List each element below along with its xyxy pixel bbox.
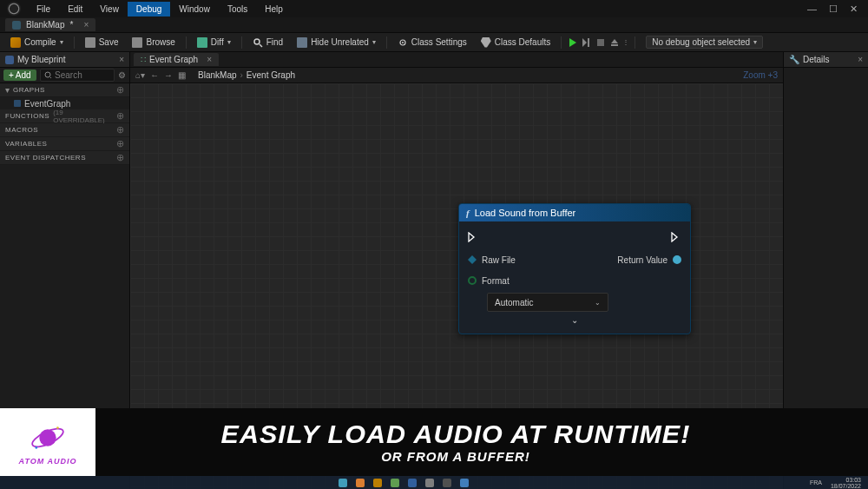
document-tabs: BlankMap* × [0, 17, 868, 33]
category-add-icon[interactable]: ⊕ [116, 124, 124, 135]
class-defaults-button[interactable]: Class Defaults [476, 36, 556, 50]
graph-tab-close-icon[interactable]: × [207, 55, 212, 64]
taskbar-icon[interactable] [373, 479, 382, 487]
breadcrumb-root[interactable]: BlankMap [198, 70, 236, 80]
play-button[interactable] [567, 36, 579, 49]
windows-taskbar: FRA 03:03 18/07/2022 [0, 476, 868, 489]
svg-point-17 [35, 446, 37, 449]
stop-button[interactable] [595, 36, 607, 49]
details-tab[interactable]: 🔧 Details × [784, 52, 868, 68]
graph-item-label: EventGraph [24, 99, 70, 109]
close-button[interactable]: ✕ [850, 3, 858, 15]
taskbar-icon[interactable] [339, 479, 347, 487]
breadcrumb: BlankMap › Event Graph [198, 70, 295, 80]
enum-pin-icon [468, 276, 477, 285]
browse-button[interactable]: Browse [127, 36, 180, 50]
panel-close-icon[interactable]: × [858, 55, 863, 64]
save-icon [85, 37, 95, 48]
category-graphs[interactable]: ▾ Graphs ⊕ [0, 83, 129, 97]
hide-icon [297, 37, 307, 48]
search-box[interactable] [40, 69, 115, 82]
taskbar-icon[interactable] [460, 479, 469, 487]
svg-rect-9 [611, 44, 618, 46]
graph-tab-label: Event Graph [149, 55, 198, 64]
node-expand-icon[interactable]: ⌄ [468, 312, 681, 330]
hide-unrelated-button[interactable]: Hide Unrelated ▾ [292, 36, 381, 50]
pin-label: Return Value [617, 255, 667, 265]
debug-object-selector[interactable]: No debug object selected ▾ [646, 36, 763, 49]
document-tab-title: BlankMap [26, 20, 64, 30]
compile-button[interactable]: Compile ▾ [5, 36, 69, 50]
menu-view[interactable]: View [91, 2, 128, 17]
search-icon [253, 37, 263, 48]
nav-home-icon[interactable]: ⌂▾ [135, 70, 145, 80]
taskbar-icon[interactable] [356, 479, 365, 487]
search-input[interactable] [55, 70, 110, 80]
minimize-button[interactable]: — [807, 3, 817, 15]
maximize-button[interactable]: ☐ [829, 3, 838, 15]
panel-close-icon[interactable]: × [119, 55, 124, 64]
raw-file-pin[interactable]: Raw File [468, 255, 516, 265]
brand-text: ATOM AUDIO [19, 457, 77, 466]
taskbar-icon[interactable] [391, 479, 399, 487]
exec-in-pin[interactable] [468, 232, 478, 242]
my-blueprint-title: My Blueprint [17, 55, 66, 64]
wrench-icon [481, 37, 491, 48]
category-functions[interactable]: Functions (19 OVERRIDABLE) ⊕ [0, 109, 129, 123]
find-button[interactable]: Find [247, 36, 288, 50]
node-header[interactable]: f Load Sound from Buffer [459, 204, 690, 221]
graph-navbar: ⌂▾ ← → ▦ BlankMap › Event Graph Zoom +3 [130, 68, 783, 83]
browse-icon [132, 37, 142, 48]
category-add-icon[interactable]: ⊕ [116, 84, 124, 96]
function-icon: f [466, 208, 470, 218]
node-load-sound-from-buffer[interactable]: f Load Sound from Buffer [458, 203, 691, 334]
class-settings-button[interactable]: Class Settings [392, 36, 472, 50]
nav-graph-icon[interactable]: ▦ [178, 70, 186, 80]
chevron-down-icon: ⌄ [595, 299, 601, 307]
format-pin[interactable]: Format [468, 276, 510, 286]
plus-icon: + [9, 70, 14, 80]
breadcrumb-current[interactable]: Event Graph [247, 70, 295, 80]
menu-file[interactable]: File [28, 2, 59, 17]
play-chevron-icon[interactable]: ⋮ [622, 38, 629, 46]
svg-point-3 [402, 42, 404, 43]
taskbar-icon[interactable] [443, 479, 451, 487]
window-controls: — ☐ ✕ [807, 3, 868, 15]
my-blueprint-tab[interactable]: My Blueprint × [0, 52, 129, 68]
taskbar-icon[interactable] [425, 479, 434, 487]
add-button[interactable]: + Add [3, 69, 36, 81]
exec-out-pin[interactable] [671, 232, 681, 242]
menu-debug[interactable]: Debug [128, 2, 170, 17]
taskbar-clock[interactable]: 03:03 18/07/2022 [831, 477, 861, 489]
eject-button[interactable] [608, 36, 621, 49]
diff-button[interactable]: Diff ▾ [192, 36, 236, 50]
taskbar-lang[interactable]: FRA [810, 479, 822, 486]
svg-point-15 [39, 429, 56, 446]
banner-headline: Easily load audio at runtime! [77, 420, 834, 449]
skip-button[interactable] [581, 36, 593, 49]
category-add-icon[interactable]: ⊕ [116, 110, 124, 122]
expand-icon: ▾ [5, 85, 10, 95]
document-tab[interactable]: BlankMap* × [5, 18, 95, 31]
menu-tools[interactable]: Tools [219, 2, 256, 17]
menu-edit[interactable]: Edit [59, 2, 91, 17]
category-macros[interactable]: Macros ⊕ [0, 123, 129, 137]
category-add-icon[interactable]: ⊕ [116, 138, 124, 149]
category-variables[interactable]: Variables ⊕ [0, 137, 129, 151]
compile-icon [10, 37, 21, 48]
compile-label: Compile [24, 37, 56, 47]
document-tab-close-icon[interactable]: × [83, 20, 89, 30]
graph-tab-eventgraph[interactable]: ∷ Event Graph × [134, 53, 219, 66]
save-button[interactable]: Save [80, 36, 124, 50]
category-label: Macros [5, 126, 38, 134]
format-dropdown[interactable]: Automatic ⌄ [487, 293, 608, 312]
taskbar-icon[interactable] [408, 479, 417, 487]
return-value-pin[interactable]: Return Value [617, 255, 681, 265]
settings-gear-icon[interactable]: ⚙ [118, 70, 126, 80]
menu-help[interactable]: Help [256, 2, 292, 17]
nav-fwd-icon[interactable]: → [164, 70, 173, 80]
category-add-icon[interactable]: ⊕ [116, 152, 124, 163]
menu-window[interactable]: Window [170, 2, 219, 17]
category-event-dispatchers[interactable]: Event Dispatchers ⊕ [0, 151, 129, 165]
nav-back-icon[interactable]: ← [150, 70, 159, 80]
